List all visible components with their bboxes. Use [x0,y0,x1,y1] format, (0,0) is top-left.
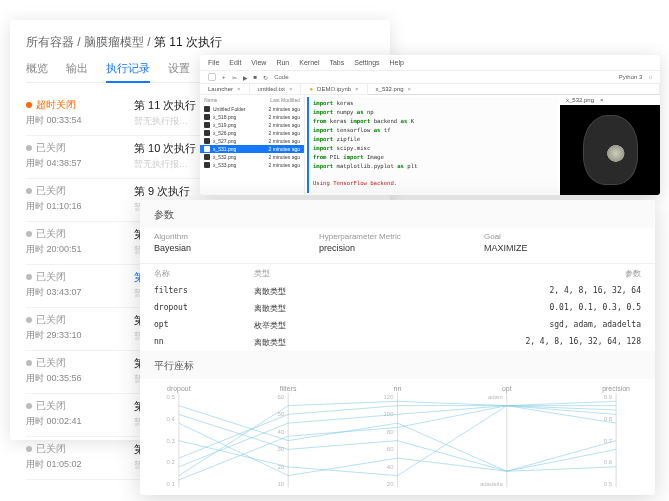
svg-text:20: 20 [387,481,394,487]
execution-title: 第 10 次执行 [134,141,196,156]
svg-text:0.4: 0.4 [167,416,176,422]
elapsed-time: 用时 04:38:57 [26,157,116,170]
menu-run[interactable]: Run [276,59,289,66]
status-badge: 已关闭 [26,270,116,284]
svg-text:adam: adam [488,394,503,400]
execution-sub: 暂无执行报… [134,115,196,128]
close-icon[interactable]: × [600,97,604,103]
menu-view[interactable]: View [251,59,266,66]
menu-tabs[interactable]: Tabs [329,59,344,66]
table-row: dropout离散类型0.01, 0.1, 0.3, 0.5 [140,300,655,317]
image-tab-label[interactable]: x_532.png [566,97,594,103]
file-row[interactable]: x_533.png2 minutes ago [200,161,304,169]
status-badge: 已关闭 [26,442,116,456]
file-icon [204,114,210,120]
folder-icon [204,106,210,112]
menu-edit[interactable]: Edit [229,59,241,66]
status-badge: 超时关闭 [26,98,116,112]
val-goal: MAXIMIZE [484,243,641,253]
tab-exec-log[interactable]: 执行记录 [106,61,150,83]
lbl-algorithm: Algorithm [154,232,311,241]
files-col-name: Name [204,97,217,103]
svg-text:120: 120 [384,394,395,400]
save-icon[interactable] [208,73,216,81]
close-icon[interactable]: × [355,86,359,92]
status-badge: 已关闭 [26,399,116,413]
file-row[interactable]: x_532.png2 minutes ago [200,153,304,161]
file-row[interactable]: Untitled Folder2 minutes ago [200,105,304,113]
elapsed-time: 用时 01:05:02 [26,458,116,471]
section-params-title: 参数 [140,200,655,228]
status-badge: 已关闭 [26,141,116,155]
svg-text:0.2: 0.2 [167,459,176,465]
editor-tab[interactable]: ●DEMO.ipynb× [301,84,367,95]
editor-tab[interactable]: Launcher× [200,84,250,95]
svg-text:0.1: 0.1 [167,481,176,487]
tab-overview[interactable]: 概览 [26,61,48,76]
file-icon [204,122,210,128]
svg-text:0.6: 0.6 [604,459,613,465]
elapsed-time: 用时 00:33:54 [26,114,116,127]
status-badge: 已关闭 [26,313,116,327]
kernel-status-icon: ○ [648,74,652,80]
toolbar-restart-icon[interactable]: ↻ [263,74,268,81]
elapsed-time: 用时 03:43:07 [26,286,116,299]
svg-text:60: 60 [278,394,285,400]
params-grid: Algorithm Hyperparameter Metric Goal Bay… [140,228,655,263]
breadcrumb: 所有容器 / 脑膜瘤模型 / 第 11 次执行 [26,34,374,51]
parallel-coordinates-chart: dropout0.50.40.30.20.1filters60504030201… [154,383,641,495]
svg-text:0.9: 0.9 [604,394,613,400]
execution-title: 第 9 次执行 [134,184,190,199]
status-badge: 已关闭 [26,227,116,241]
toolbar-cut-icon[interactable]: ✂ [232,74,237,81]
file-icon [204,130,210,136]
file-icon [204,146,210,152]
breadcrumb-model[interactable]: 脑膜瘤模型 [84,35,144,49]
image-viewer: x_532.png× [560,95,660,195]
menu-settings[interactable]: Settings [354,59,379,66]
execution-title: 第 11 次执行 [134,98,196,113]
file-row[interactable]: x_527.png2 minutes ago [200,137,304,145]
lbl-metric: Hyperparameter Metric [319,232,476,241]
svg-text:precision: precision [602,385,630,393]
kernel-label[interactable]: Python 3 [619,74,643,80]
svg-text:opt: opt [502,385,512,393]
elapsed-time: 用时 20:00:51 [26,243,116,256]
menu-help[interactable]: Help [390,59,404,66]
section-parcoord-title: 平行座标 [140,351,655,379]
col-params: 参数 [354,268,641,279]
tab-output[interactable]: 输出 [66,61,88,76]
close-icon[interactable]: × [289,86,293,92]
file-row[interactable]: x_518.png2 minutes ago [200,113,304,121]
file-row[interactable]: x_526.png2 minutes ago [200,129,304,137]
file-icon [204,154,210,160]
file-icon [204,162,210,168]
toolbar-run-icon[interactable]: ▶ [243,74,248,81]
close-icon[interactable]: × [237,86,241,92]
svg-text:100: 100 [384,411,395,417]
lbl-goal: Goal [484,232,641,241]
menu-file[interactable]: File [208,59,219,66]
toolbar-stop-icon[interactable]: ■ [254,74,258,80]
code-dropdown[interactable]: Code [274,74,288,80]
editor-tab[interactable]: untitled.txt× [250,84,302,95]
elapsed-time: 用时 29:33:10 [26,329,116,342]
val-metric: precision [319,243,476,253]
svg-text:0.8: 0.8 [604,416,613,422]
tab-settings[interactable]: 设置 [168,61,190,76]
svg-text:nn: nn [394,385,402,392]
menu-kernel[interactable]: Kernel [299,59,319,66]
brain-scan-image [560,105,660,195]
svg-text:0.3: 0.3 [167,438,176,444]
code-cell[interactable]: import kerasimport numpy as npfrom keras… [307,97,558,193]
breadcrumb-root[interactable]: 所有容器 [26,35,74,49]
status-badge: 已关闭 [26,184,116,198]
close-icon[interactable]: × [408,86,412,92]
file-row[interactable]: x_519.png2 minutes ago [200,121,304,129]
jupyter-panel: FileEditViewRunKernelTabsSettingsHelp + … [200,55,660,195]
file-row[interactable]: x_531.png2 minutes ago [200,145,304,153]
hyperparameter-panel: 参数 Algorithm Hyperparameter Metric Goal … [140,200,655,495]
svg-text:0.5: 0.5 [167,394,176,400]
toolbar-plus-icon[interactable]: + [222,74,226,80]
editor-tab[interactable]: x_532.png× [368,84,660,95]
